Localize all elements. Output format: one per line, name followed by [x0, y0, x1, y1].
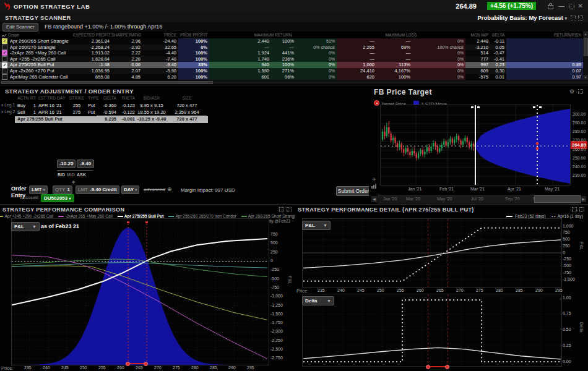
timeline-left-icon[interactable]: ◀: [371, 196, 377, 202]
panel-options-icon[interactable]: [571, 15, 576, 20]
axis-tick: 1.00: [563, 296, 571, 300]
probability-basis[interactable]: Probability Basis: My Forecast ▾: [478, 14, 567, 21]
edit-scanner-button[interactable]: Edit Scanner: [2, 23, 38, 32]
cell-max-loss-pct: 4,167%: [376, 68, 412, 74]
scanner-row[interactable]: Apr/May 265 Calendar Call655.084.856.201…: [0, 74, 583, 80]
col-prob-profit[interactable]: PROB PROFIT: [178, 32, 209, 38]
detail-delta-chart[interactable]: [302, 294, 562, 367]
lock-icon[interactable]: [548, 5, 553, 9]
scrubber-handle[interactable]: [426, 365, 430, 369]
axis-tick: -250: [563, 257, 571, 261]
scanner-horizontal-scrollbar[interactable]: [0, 80, 588, 84]
scroll-up-icon[interactable]: ▲: [583, 32, 588, 36]
order-type-dropdown[interactable]: LMT ▾: [29, 186, 48, 194]
delta-mode-dropdown[interactable]: Delta▼: [302, 296, 334, 305]
order-leg-row[interactable]: x Leg 1Buy1APR 16 '21255Put-0.360-0.1238…: [0, 103, 369, 109]
scanner-row[interactable]: ✓Apr 260/265 Short Strangle2,361.842.96-…: [0, 38, 583, 45]
strategy-summary-row[interactable]: Apr 275/255 Bull Put0.235-0.001-10.25 x …: [0, 116, 369, 123]
graph-checkbox[interactable]: [2, 45, 7, 50]
col-price[interactable]: PRICE: [142, 32, 178, 38]
price-slider[interactable]: [57, 170, 93, 171]
panel-expand-icon[interactable]: [287, 207, 292, 212]
scanner-row[interactable]: Apr 260/270 Strangle-2,268.24-2.9232.650…: [0, 45, 583, 51]
axis-tick: Jan '21: [408, 187, 422, 191]
col-max-loss[interactable]: MAXIMUM LOSS: [337, 32, 465, 38]
col-delta[interactable]: DELTA: [490, 32, 506, 38]
comparison-mode-dropdown[interactable]: P&L▼: [11, 222, 40, 231]
axis-tick: 250: [377, 288, 384, 292]
scrollbar-thumb[interactable]: [584, 38, 588, 56]
advanced-link[interactable]: advanced: [144, 187, 165, 192]
cell-prob-profit: 100%: [178, 74, 209, 80]
close-icon[interactable]: ✕: [578, 3, 583, 9]
ask-price-button[interactable]: -9.40: [77, 160, 94, 168]
scrubber-handle[interactable]: [144, 362, 148, 366]
legs-column-headers: ACTNRTLST TRD DAYSTRIKETYPEDELTATHETABID…: [0, 96, 369, 102]
panel-expand-icon[interactable]: [578, 89, 583, 94]
chart-type-icon[interactable]: [371, 184, 378, 189]
ask-label[interactable]: ASK: [77, 173, 86, 177]
account-dropdown[interactable]: DU502053 ▾: [41, 194, 74, 202]
graph-checkbox[interactable]: ✓: [2, 50, 7, 56]
panel-options-icon[interactable]: [279, 207, 284, 212]
fb-price-chart[interactable]: [380, 104, 571, 186]
panel-expand-icon[interactable]: [579, 207, 584, 212]
price-range-scrubber[interactable]: [428, 366, 447, 367]
submit-order-button[interactable]: Submit Order: [336, 186, 371, 196]
price-range-scrubber[interactable]: [128, 363, 146, 364]
cell-strategy-name: ✓Apr 260/265 Short Strangle: [0, 38, 73, 45]
minimize-icon[interactable]: —: [558, 3, 564, 9]
advanced-plus-icon[interactable]: ⊕: [167, 186, 172, 192]
panel-options-icon[interactable]: [572, 207, 577, 212]
graph-checkbox[interactable]: [2, 74, 7, 80]
cell-sharpe-ratio: 0.00: [111, 62, 142, 68]
gear-icon[interactable]: ⚙: [569, 88, 574, 95]
restore-icon[interactable]: [569, 4, 574, 9]
quantity-field[interactable]: QTY1: [53, 186, 72, 194]
timeline-thumb[interactable]: [534, 195, 581, 203]
col-return-risk[interactable]: RETURN/RISK: [506, 32, 583, 38]
fb-timeline-scrollbar[interactable]: Jan '20Mar '20May '20Jul '20Sep '20Nov '…: [378, 195, 581, 203]
tif-dropdown[interactable]: DAY ▾: [121, 186, 139, 194]
scanner-vertical-scrollbar[interactable]: ▲ ▼: [583, 32, 588, 80]
bid-price-button[interactable]: -10.25: [57, 160, 76, 168]
timeline-right-icon[interactable]: ▶: [581, 196, 586, 202]
graph-checkbox[interactable]: [2, 56, 7, 62]
scanner-row[interactable]: ✓Apr 275/255 Bull Put-1.480.00-9.4033%94…: [0, 62, 583, 68]
col-graph[interactable]: Graph: [0, 32, 73, 38]
graph-checkbox[interactable]: ✓: [2, 38, 7, 44]
scanner-row[interactable]: Apr +255 -2x265 Call1,628.842.20-7.40100…: [0, 56, 583, 62]
axis-tick: 245: [61, 365, 69, 370]
col-mgn-imp[interactable]: MGN IMP: [465, 32, 490, 38]
bid-label[interactable]: BID: [58, 173, 65, 177]
scroll-down-icon[interactable]: ▼: [583, 75, 588, 80]
axis-tick: -750: [270, 285, 279, 289]
cell-max-return-chance: 0%: [296, 50, 337, 56]
cell-max-return-pct: 441%: [271, 50, 296, 56]
mid-label[interactable]: MID: [67, 173, 75, 177]
legs-table: ACTNRTLST TRD DAYSTRIKETYPEDELTATHETABID…: [0, 96, 369, 124]
pl-mode-dropdown[interactable]: P&L▼: [302, 221, 331, 230]
scrollbar-thumb[interactable]: [1, 81, 213, 84]
scanner-column-headers: Graph EXPECTED PROFIT SHARPE RATIO PRICE…: [0, 32, 583, 38]
limit-price-field[interactable]: LMT-9.40 Credit: [76, 186, 119, 194]
graph-checkbox[interactable]: ✓: [2, 62, 7, 68]
crosshair-icon[interactable]: ✛: [372, 177, 376, 182]
scrubber-handle[interactable]: [126, 362, 130, 366]
comparison-chart[interactable]: [11, 218, 269, 365]
slider-handle-icon[interactable]: ✚: [72, 180, 76, 185]
scrubber-handle[interactable]: [445, 365, 449, 369]
scanner-row[interactable]: Apr -2x260 +270 Put1,036.952.07-5.90100%…: [0, 68, 583, 74]
graph-checkbox[interactable]: [2, 68, 7, 74]
panel-expand-icon[interactable]: [578, 15, 583, 20]
detail-pl-chart[interactable]: [302, 218, 562, 288]
leg-rt: 1: [25, 103, 36, 108]
cell-sharpe-ratio: 4.85: [111, 74, 142, 80]
axis-tick: Apr '21: [508, 187, 521, 191]
cell-strategy-name: Apr 260/270 Strangle: [0, 45, 73, 51]
col-expected-profit[interactable]: EXPECTED PROFIT: [73, 32, 111, 38]
scanner-description: FB rangebound +1.00% /- 1.00% through Ap…: [45, 23, 162, 30]
col-max-return[interactable]: MAXIMUM RETURN: [209, 32, 337, 38]
col-sharpe-ratio[interactable]: SHARPE RATIO: [111, 32, 142, 38]
scanner-row[interactable]: ✓-2xApr 265 +May 260 Call1,913.022.22-4.…: [0, 50, 583, 56]
